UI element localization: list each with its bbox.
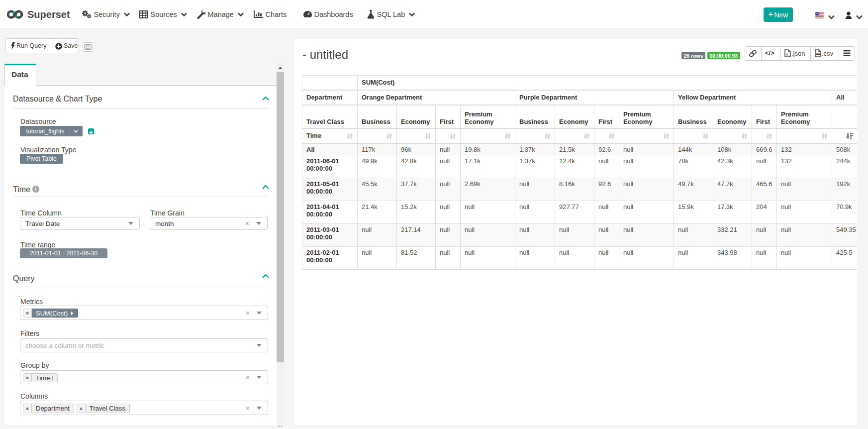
svg-text:{}: {} xyxy=(786,52,788,56)
